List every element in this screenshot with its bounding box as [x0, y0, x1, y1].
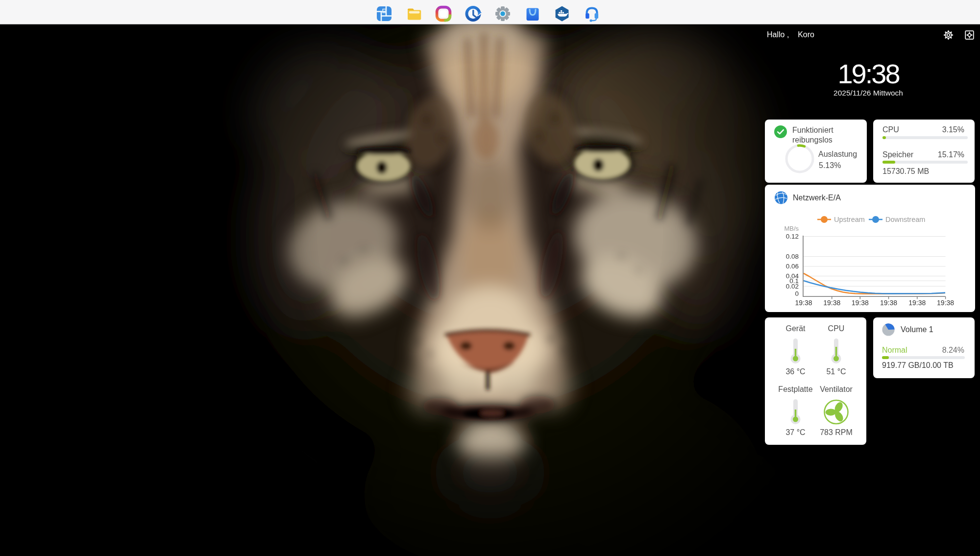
svg-text:0.06: 0.06	[786, 263, 799, 270]
svg-text:Gerät: Gerät	[785, 324, 806, 333]
svg-text:51 °C: 51 °C	[826, 367, 846, 376]
svg-text:Upstream: Upstream	[834, 216, 865, 223]
svg-text:19:38: 19:38	[852, 299, 869, 307]
svg-text:0: 0	[795, 290, 799, 297]
svg-text:0.02: 0.02	[786, 283, 799, 290]
svg-text:783 RPM: 783 RPM	[820, 428, 853, 436]
svg-text:37 °C: 37 °C	[785, 428, 805, 436]
svg-text:CPU: CPU	[828, 324, 845, 333]
svg-text:MB/s: MB/s	[784, 225, 799, 232]
svg-text:Ventilator: Ventilator	[820, 385, 853, 393]
svg-text:Downstream: Downstream	[885, 216, 925, 223]
svg-text:0.12: 0.12	[786, 233, 799, 240]
svg-text:19:38: 19:38	[908, 299, 926, 307]
svg-text:Festplatte: Festplatte	[778, 385, 812, 393]
svg-text:19:38: 19:38	[823, 299, 840, 307]
svg-text:36 °C: 36 °C	[785, 367, 805, 376]
svg-text:0.08: 0.08	[786, 253, 799, 260]
svg-text:Netzwerk-E/A: Netzwerk-E/A	[793, 193, 841, 202]
svg-text:19:38: 19:38	[880, 299, 897, 307]
svg-text:19:38: 19:38	[795, 299, 812, 307]
svg-text:19:38: 19:38	[937, 299, 954, 307]
